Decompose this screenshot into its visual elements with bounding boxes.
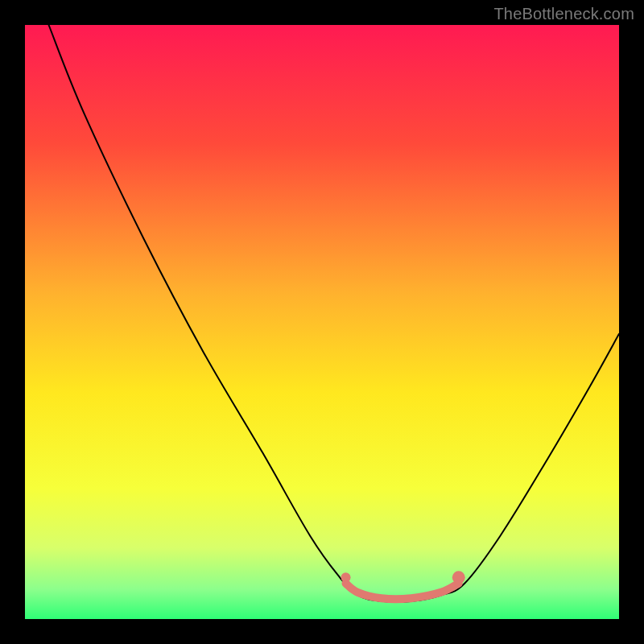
highlight-dot xyxy=(341,572,351,582)
highlight-dot xyxy=(452,571,465,584)
gradient-background xyxy=(25,25,619,619)
chart-frame: TheBottleneck.com xyxy=(0,0,644,644)
chart-plot-area xyxy=(25,25,619,619)
watermark-text: TheBottleneck.com xyxy=(493,5,634,23)
chart-svg xyxy=(25,25,619,619)
